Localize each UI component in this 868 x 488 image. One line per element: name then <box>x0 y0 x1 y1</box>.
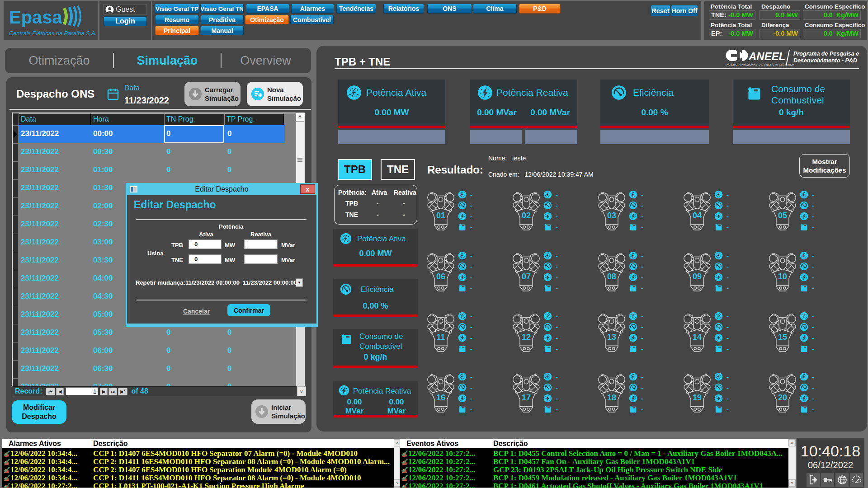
svg-text:ANEEL: ANEEL <box>748 50 785 62</box>
svg-text:Programa de Pesquisa e: Programa de Pesquisa e <box>793 51 859 57</box>
svg-text:AGÊNCIA NACIONAL DE ENERGIA EL: AGÊNCIA NACIONAL DE ENERGIA ELÉTRICA <box>726 63 794 66</box>
svg-text:Epasa: Epasa <box>9 7 63 27</box>
svg-text:Desenvolvimento - P&D: Desenvolvimento - P&D <box>793 57 857 64</box>
